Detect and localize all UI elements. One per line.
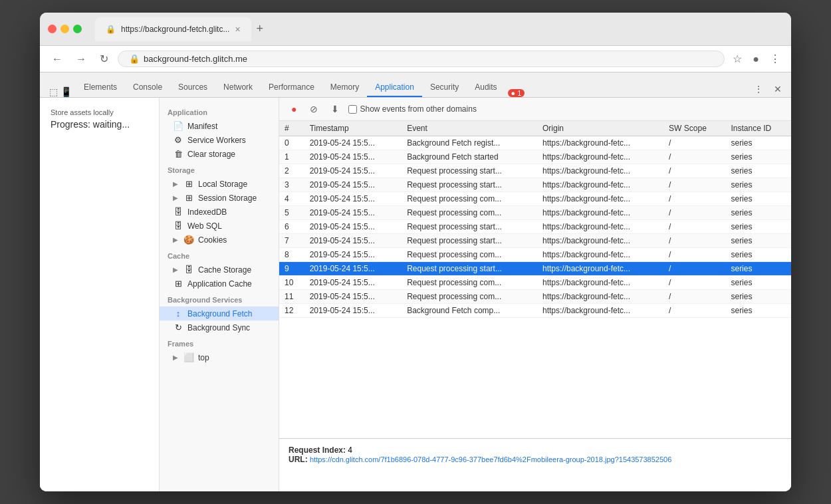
record-button[interactable]: ●	[287, 102, 300, 116]
cell-3: https://background-fetc...	[537, 234, 663, 248]
address-bar: ← → ↻ 🔒 background-fetch.glitch.me ☆ ● ⋮	[40, 46, 791, 72]
sidebar-item-manifest[interactable]: 📄 Manifest	[160, 119, 279, 133]
refresh-button[interactable]: ↻	[96, 51, 112, 66]
browser-window: 🔒 https://background-fetch.glitc... × + …	[40, 13, 791, 491]
minimize-button[interactable]	[60, 25, 69, 33]
sidebar-item-cookies[interactable]: ▶ 🍪 Cookies	[160, 233, 279, 247]
close-button[interactable]	[48, 25, 57, 33]
table-row[interactable]: 72019-05-24 15:5...Request processing st…	[279, 234, 791, 248]
events-table: # Timestamp Event Origin SW Scope Instan…	[279, 121, 791, 318]
tab-elements[interactable]: Elements	[76, 78, 125, 97]
tab-favicon: 🔒	[106, 25, 116, 34]
sidebar-item-clear-storage[interactable]: 🗑 Clear storage	[160, 147, 279, 161]
panel-toolbar: ● ⊘ ⬇ Show events from other domains	[279, 98, 791, 121]
web-sql-label: Web SQL	[187, 221, 222, 231]
cell-3: https://background-fetc...	[537, 262, 663, 276]
table-row[interactable]: 122019-05-24 15:5...Background Fetch com…	[279, 304, 791, 318]
local-storage-icon: ⊞	[183, 179, 194, 189]
cell-4: /	[663, 206, 725, 220]
table-row[interactable]: 42019-05-24 15:5...Request processing co…	[279, 192, 791, 206]
active-tab[interactable]: 🔒 https://background-fetch.glitc... ×	[95, 17, 251, 41]
tab-performance[interactable]: Performance	[261, 78, 322, 97]
other-domains-checkbox-label[interactable]: Show events from other domains	[348, 104, 476, 114]
cell-1: 2019-05-24 15:5...	[304, 192, 402, 206]
cell-5: series	[725, 178, 791, 192]
lock-icon: 🔒	[129, 54, 140, 64]
detail-url: URL: https://cdn.glitch.com/7f1b6896-078…	[289, 455, 782, 464]
inspect-icon[interactable]: ⬚	[49, 86, 58, 97]
tab-close-button[interactable]: ×	[235, 24, 240, 35]
table-row[interactable]: 32019-05-24 15:5...Request processing st…	[279, 178, 791, 192]
tab-audits[interactable]: Audits	[467, 78, 505, 97]
cell-0: 0	[279, 136, 304, 150]
cache-storage-label: Cache Storage	[198, 265, 251, 275]
close-devtools-icon[interactable]: ✕	[770, 81, 786, 97]
cell-5: series	[725, 206, 791, 220]
page-content: Store assets locally Progress: waiting..…	[40, 98, 160, 491]
cell-5: series	[725, 290, 791, 304]
expand-icon: ▶	[173, 236, 178, 243]
traffic-lights	[48, 25, 82, 33]
cell-4: /	[663, 192, 725, 206]
tab-title: https://background-fetch.glitc...	[121, 25, 229, 34]
sidebar-item-cache-storage[interactable]: ▶ 🗄 Cache Storage	[160, 263, 279, 277]
cell-3: https://background-fetc...	[537, 178, 663, 192]
section-application: Application	[160, 103, 279, 119]
tab-sources[interactable]: Sources	[170, 78, 215, 97]
cell-0: 9	[279, 262, 304, 276]
sidebar-item-frames-top[interactable]: ▶ ⬜ top	[160, 350, 279, 364]
cell-1: 2019-05-24 15:5...	[304, 276, 402, 290]
stop-button[interactable]: ⊘	[306, 102, 322, 116]
sidebar-item-web-sql[interactable]: 🗄 Web SQL	[160, 219, 279, 233]
sidebar-item-service-workers[interactable]: ⚙ Service Workers	[160, 133, 279, 147]
table-row[interactable]: 52019-05-24 15:5...Request processing co…	[279, 206, 791, 220]
sidebar-item-background-fetch[interactable]: ↕ Background Fetch	[160, 307, 279, 320]
cell-2: Request processing start...	[402, 178, 537, 192]
sidebar-item-indexeddb[interactable]: 🗄 IndexedDB	[160, 205, 279, 219]
page-progress: Progress: waiting...	[51, 119, 148, 130]
session-storage-label: Session Storage	[198, 193, 257, 203]
table-row[interactable]: 02019-05-24 15:5...Background Fetch regi…	[279, 136, 791, 150]
cell-1: 2019-05-24 15:5...	[304, 206, 402, 220]
download-button[interactable]: ⬇	[327, 102, 343, 116]
tab-console[interactable]: Console	[125, 78, 170, 97]
new-tab-button[interactable]: +	[251, 19, 269, 39]
menu-icon[interactable]: ⋮	[767, 50, 783, 68]
cell-3: https://background-fetc...	[537, 290, 663, 304]
back-button[interactable]: ←	[48, 52, 66, 66]
table-container[interactable]: # Timestamp Event Origin SW Scope Instan…	[279, 121, 791, 438]
tab-memory[interactable]: Memory	[322, 78, 367, 97]
table-row[interactable]: 62019-05-24 15:5...Request processing st…	[279, 220, 791, 234]
cell-2: Request processing com...	[402, 206, 537, 220]
sidebar-item-application-cache[interactable]: ⊞ Application Cache	[160, 277, 279, 291]
bookmark-icon[interactable]: ☆	[730, 50, 745, 68]
tab-network[interactable]: Network	[215, 78, 261, 97]
title-bar: 🔒 https://background-fetch.glitc... × +	[40, 13, 791, 46]
application-cache-label: Application Cache	[187, 279, 252, 289]
more-tabs-icon[interactable]: ⋮	[750, 81, 767, 97]
section-cache: Cache	[160, 247, 279, 263]
cell-4: /	[663, 150, 725, 164]
devtools-tab-bar: ⬚ 📱 Elements Console Sources Network Per…	[40, 72, 791, 98]
cell-0: 5	[279, 206, 304, 220]
sidebar-item-session-storage[interactable]: ▶ ⊞ Session Storage	[160, 191, 279, 205]
device-icon[interactable]: 📱	[60, 86, 72, 97]
table-row[interactable]: 82019-05-24 15:5...Request processing co…	[279, 248, 791, 262]
table-row[interactable]: 12019-05-24 15:5...Background Fetch star…	[279, 150, 791, 164]
table-row[interactable]: 22019-05-24 15:5...Request processing st…	[279, 164, 791, 178]
sidebar-item-local-storage[interactable]: ▶ ⊞ Local Storage	[160, 177, 279, 191]
tab-security[interactable]: Security	[422, 78, 467, 97]
sidebar-item-background-sync[interactable]: ↻ Background Sync	[160, 320, 279, 334]
address-input[interactable]: 🔒 background-fetch.glitch.me	[118, 51, 725, 67]
table-row[interactable]: 102019-05-24 15:5...Request processing c…	[279, 276, 791, 290]
cell-3: https://background-fetc...	[537, 276, 663, 290]
maximize-button[interactable]	[73, 25, 82, 33]
table-row[interactable]: 112019-05-24 15:5...Request processing c…	[279, 290, 791, 304]
col-header-origin: Origin	[537, 121, 663, 136]
other-domains-checkbox[interactable]	[348, 105, 357, 114]
cell-3: https://background-fetc...	[537, 304, 663, 318]
tab-application[interactable]: Application	[367, 78, 422, 97]
account-icon[interactable]: ●	[750, 51, 762, 68]
table-row[interactable]: 92019-05-24 15:5...Request processing st…	[279, 262, 791, 276]
forward-button[interactable]: →	[72, 52, 90, 66]
